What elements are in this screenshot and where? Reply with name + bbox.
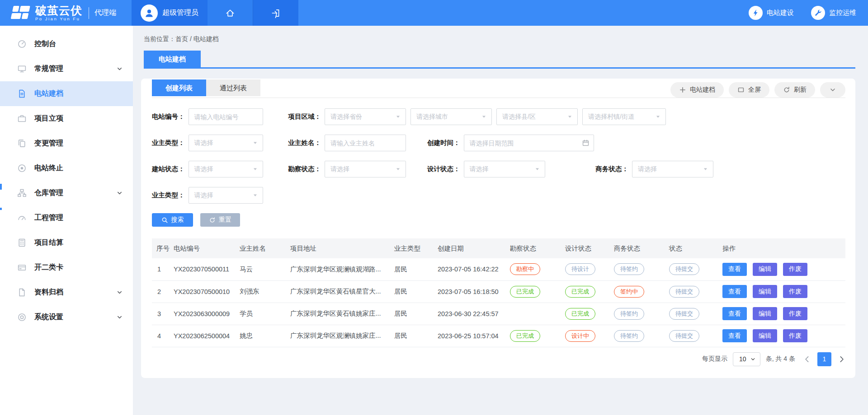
user-name: 超级管理员 [162, 8, 198, 18]
sidebar: 控制台 常规管理 电站建档 项目立项 变更管理 电站终止 仓库管理 工程管理 项… [0, 26, 133, 415]
brand-logo-icon [10, 5, 31, 21]
stop-circle-icon [17, 163, 27, 173]
col-type: 业主类型 [391, 238, 434, 258]
sidebar-item-label: 电站建档 [34, 89, 63, 98]
edit-button[interactable]: 编辑 [753, 307, 777, 320]
cell-owner: 姚忠 [236, 325, 287, 347]
brand-edition: 代理端 [94, 8, 116, 18]
void-button[interactable]: 作废 [783, 285, 807, 298]
reset-icon [209, 217, 216, 224]
logout-button[interactable] [253, 0, 298, 26]
caret-down-icon [655, 114, 661, 120]
cell-address: 广东深圳龙华区黄石镇星官大... [287, 280, 391, 303]
tab-create-list[interactable]: 创建列表 [152, 79, 206, 96]
briefcase-icon [17, 114, 27, 123]
owner-name-label: 业主姓名： [288, 139, 321, 147]
view-button[interactable]: 查看 [722, 307, 747, 320]
sidebar-item-warehouse-mgmt[interactable]: 仓库管理 [0, 181, 133, 205]
card-icon [17, 263, 27, 272]
total-count-label: 条, 共 4 条 [766, 355, 795, 363]
table-row: 2 YX2023070500010 刘强东 广东深圳龙华区黄石镇星官大... 居… [152, 280, 845, 303]
reset-button-label: 重置 [219, 216, 231, 224]
business-status-select[interactable]: 请选择 [632, 161, 713, 177]
col-owner: 业主姓名 [236, 238, 287, 258]
user-avatar [141, 5, 158, 22]
cell-index: 4 [152, 325, 170, 347]
sidebar-item-console[interactable]: 控制台 [0, 32, 133, 56]
create-station-button[interactable]: 电站建档 [670, 82, 724, 98]
sidebar-item-change-mgmt[interactable]: 变更管理 [0, 131, 133, 156]
sidebar-item-project-settlement[interactable]: 项目结算 [0, 230, 133, 255]
sidebar-item-project-approval[interactable]: 项目立项 [0, 106, 133, 131]
city-select[interactable]: 请选择城市 [410, 108, 492, 125]
col-index: 序号 [152, 238, 170, 258]
user-menu[interactable]: 超级管理员 [132, 0, 208, 26]
sidebar-item-data-archive[interactable]: 资料归档 [0, 280, 133, 305]
business-status-badge: 待签约 [614, 263, 644, 275]
void-button[interactable]: 作废 [783, 263, 807, 276]
edit-button[interactable]: 编辑 [753, 263, 777, 276]
owner-name-input[interactable] [325, 135, 406, 151]
search-button[interactable]: 搜索 [152, 213, 193, 227]
owner-type-select[interactable]: 请选择 [189, 135, 263, 151]
header-spacer [298, 0, 749, 26]
town-select[interactable]: 请选择村镇/街道 [582, 108, 666, 125]
view-button[interactable]: 查看 [722, 285, 747, 298]
table-header-row: 序号 电站编号 业主姓名 项目地址 业主类型 创建日期 勘察状态 设计状态 商务… [152, 238, 845, 258]
county-select[interactable]: 请选择县/区 [496, 108, 578, 125]
chevron-down-icon [116, 65, 123, 72]
station-code-label: 电站编号： [152, 112, 185, 121]
survey-status-badge: 已完成 [510, 330, 540, 342]
design-status-select[interactable]: 请选择 [464, 161, 545, 177]
next-page-button[interactable] [838, 355, 845, 363]
home-button[interactable] [208, 0, 253, 26]
tab-passed-list[interactable]: 通过列表 [206, 79, 260, 96]
view-button[interactable]: 查看 [722, 263, 747, 276]
fullscreen-label: 全屏 [748, 86, 761, 94]
sidebar-scrollbar-mark [0, 184, 2, 190]
plus-icon [679, 86, 686, 93]
province-select-value: 请选择省份 [330, 113, 362, 121]
cell-code: YX2023070500011 [170, 258, 236, 280]
design-status-select-value: 请选择 [470, 165, 489, 173]
status-badge: 待提交 [669, 263, 699, 275]
sidebar-item-station-archive[interactable]: 电站建档 [0, 81, 133, 106]
void-button[interactable]: 作废 [783, 307, 807, 320]
fullscreen-button[interactable]: 全屏 [729, 82, 769, 98]
nav-monitor-ops[interactable]: 监控运维 [811, 6, 856, 20]
void-button[interactable]: 作废 [783, 329, 807, 342]
refresh-label: 刷新 [794, 86, 807, 94]
station-code-input[interactable] [189, 108, 263, 125]
sidebar-item-label: 工程管理 [34, 213, 63, 223]
create-time-label: 创建时间： [427, 139, 460, 147]
refresh-button[interactable]: 刷新 [774, 82, 815, 98]
per-page-select[interactable]: 10 [733, 352, 760, 366]
page-tab-station-archive[interactable]: 电站建档 [144, 51, 201, 67]
province-select[interactable]: 请选择省份 [325, 108, 406, 125]
nav-station-build[interactable]: 电站建设 [749, 6, 794, 20]
nav-monitor-ops-label: 监控运维 [829, 9, 856, 17]
nav-station-build-label: 电站建设 [767, 9, 794, 17]
prev-page-button[interactable] [803, 355, 811, 363]
sidebar-item-label: 开二类卡 [34, 263, 63, 272]
sidebar-item-engineering-mgmt[interactable]: 工程管理 [0, 205, 133, 230]
collapse-toolbar-button[interactable] [820, 82, 845, 98]
date-range-input[interactable] [464, 135, 594, 151]
page-number-button[interactable]: 1 [817, 352, 831, 366]
owner-type2-select[interactable]: 请选择 [189, 187, 263, 204]
reset-button[interactable]: 重置 [200, 213, 240, 227]
view-button[interactable]: 查看 [722, 329, 747, 342]
edit-button[interactable]: 编辑 [753, 285, 777, 298]
build-status-select[interactable]: 请选择 [189, 161, 263, 177]
brand-divider [89, 7, 89, 19]
col-created: 创建日期 [434, 238, 506, 258]
calendar-icon[interactable] [582, 139, 590, 147]
survey-status-select[interactable]: 请选择 [325, 161, 406, 177]
cell-index: 2 [152, 280, 170, 303]
caret-down-icon [252, 140, 258, 146]
sidebar-item-general-mgmt[interactable]: 常规管理 [0, 56, 133, 81]
sidebar-item-type2-card[interactable]: 开二类卡 [0, 255, 133, 280]
edit-button[interactable]: 编辑 [753, 329, 777, 342]
sidebar-item-system-settings[interactable]: 系统设置 [0, 305, 133, 330]
sidebar-item-station-terminate[interactable]: 电站终止 [0, 156, 133, 181]
